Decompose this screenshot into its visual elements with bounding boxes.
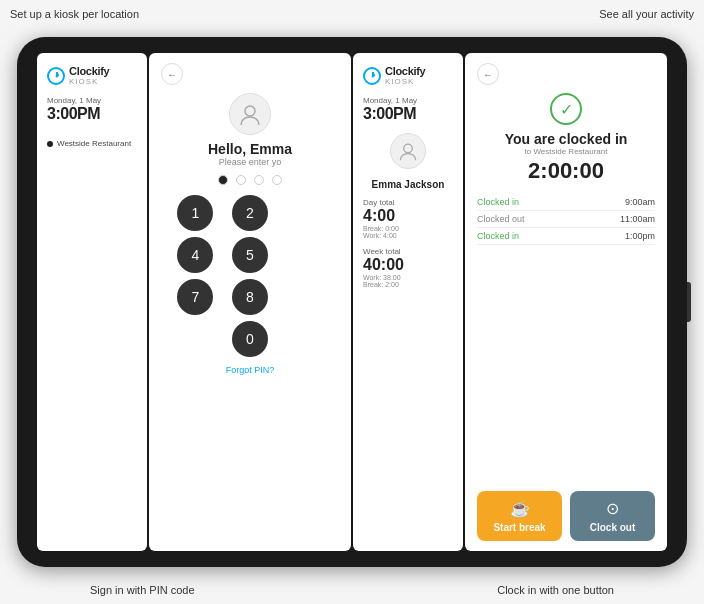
time-s1: 3:00PM bbox=[47, 105, 137, 123]
date-time-s1: Monday, 1 May 3:00PM bbox=[47, 96, 137, 123]
break-icon: ☕ bbox=[510, 499, 530, 518]
week-total-section: Week total 40:00 Work: 38:00 Break: 2:00 bbox=[363, 247, 453, 288]
annotation-bottom-left: Sign in with PIN code bbox=[90, 584, 195, 596]
week-work: Work: 38:00 bbox=[363, 274, 453, 281]
date-s3: Monday, 1 May bbox=[363, 96, 453, 105]
screen-user-profile: Clockify KIOSK Monday, 1 May 3:00PM bbox=[353, 53, 463, 551]
entry-value-2: 11:00am bbox=[620, 214, 655, 224]
time-s3: 3:00PM bbox=[363, 105, 453, 123]
pin-dot-3 bbox=[254, 175, 264, 185]
time-entry-3: Clocked in 1:00pm bbox=[477, 228, 655, 245]
pin-dots-s2 bbox=[161, 175, 339, 185]
pin-dot-1 bbox=[218, 175, 228, 185]
back-button-s2[interactable]: ← bbox=[161, 63, 183, 85]
day-total-section: Day total 4:00 Break: 0:00 Work: 4:00 bbox=[363, 198, 453, 239]
left-panel: Clockify KIOSK Monday, 1 May 3:00PM West… bbox=[37, 53, 351, 551]
pin-dot-2 bbox=[236, 175, 246, 185]
logo-text-s1: Clockify bbox=[69, 65, 109, 77]
key-4[interactable]: 4 bbox=[177, 237, 213, 273]
hello-text-s2: Hello, Emma bbox=[161, 141, 339, 157]
clocked-in-title: You are clocked in bbox=[477, 131, 655, 147]
key-0[interactable]: 0 bbox=[232, 321, 268, 357]
key-5[interactable]: 5 bbox=[232, 237, 268, 273]
back-button-s4[interactable]: ← bbox=[477, 63, 499, 85]
screen-clock-status: ← ✓ You are clocked in to Westside Resta… bbox=[465, 53, 667, 551]
clockify-icon-s3 bbox=[363, 67, 381, 85]
user-name-s3: Emma Jackson bbox=[372, 179, 445, 190]
kiosk-label-s1: KIOSK bbox=[69, 77, 109, 86]
logo-s3: Clockify KIOSK bbox=[363, 65, 453, 86]
time-entry-2: Clocked out 11:00am bbox=[477, 211, 655, 228]
side-button bbox=[687, 282, 691, 322]
avatar-s3 bbox=[390, 133, 426, 169]
time-entry-1: Clocked in 9:00am bbox=[477, 194, 655, 211]
day-break: Break: 0:00 bbox=[363, 225, 453, 232]
day-total-value: 4:00 bbox=[363, 207, 453, 225]
check-circle-s4: ✓ bbox=[550, 93, 582, 125]
location-text-s1: Westside Restaurant bbox=[57, 139, 131, 149]
annotation-bottom-right: Clock in with one button bbox=[497, 584, 614, 596]
avatar-s2 bbox=[229, 93, 271, 135]
timer-s4: 2:00:00 bbox=[477, 158, 655, 184]
clockout-icon: ⊙ bbox=[606, 499, 619, 518]
clockify-icon-s1 bbox=[47, 67, 65, 85]
tablet-device: Clockify KIOSK Monday, 1 May 3:00PM West… bbox=[17, 37, 687, 567]
date-s1: Monday, 1 May bbox=[47, 96, 137, 105]
break-label: Start break bbox=[493, 522, 545, 533]
date-time-s3: Monday, 1 May 3:00PM bbox=[363, 96, 453, 123]
screen-pin-entry: ← Hello, Emma Please enter yo bbox=[149, 53, 351, 551]
day-work: Work: 4:00 bbox=[363, 232, 453, 239]
clockout-label: Clock out bbox=[590, 522, 636, 533]
screen-kiosk-home: Clockify KIOSK Monday, 1 May 3:00PM West… bbox=[37, 53, 147, 551]
check-icon: ✓ bbox=[560, 100, 573, 119]
entry-value-3: 1:00pm bbox=[625, 231, 655, 241]
keypad-s2: 1 2 4 5 7 8 0 bbox=[161, 195, 339, 357]
entry-label-2: Clocked out bbox=[477, 214, 525, 224]
action-buttons-s4: ☕ Start break ⊙ Clock out bbox=[477, 483, 655, 541]
entry-value-1: 9:00am bbox=[625, 197, 655, 207]
annotation-top-left: Set up a kiosk per location bbox=[10, 8, 139, 20]
week-total-value: 40:00 bbox=[363, 256, 453, 274]
outer-container: Set up a kiosk per location See all your… bbox=[0, 0, 704, 604]
time-log-s4: Clocked in 9:00am Clocked out 11:00am Cl… bbox=[477, 194, 655, 245]
svg-point-0 bbox=[245, 106, 255, 116]
logo-text-s3: Clockify bbox=[385, 65, 425, 77]
key-2[interactable]: 2 bbox=[232, 195, 268, 231]
location-sub-s4: to Westside Restaurant bbox=[477, 147, 655, 156]
right-panel: Clockify KIOSK Monday, 1 May 3:00PM bbox=[353, 53, 667, 551]
stats-s3: Day total 4:00 Break: 0:00 Work: 4:00 We… bbox=[363, 198, 453, 296]
day-total-label: Day total bbox=[363, 198, 453, 207]
key-7[interactable]: 7 bbox=[177, 279, 213, 315]
location-s1: Westside Restaurant bbox=[47, 139, 137, 149]
svg-point-1 bbox=[404, 144, 412, 152]
kiosk-label-s3: KIOSK bbox=[385, 77, 425, 86]
week-break: Break: 2:00 bbox=[363, 281, 453, 288]
clock-out-button[interactable]: ⊙ Clock out bbox=[570, 491, 655, 541]
location-dot-s1 bbox=[47, 141, 53, 147]
entry-label-3: Clocked in bbox=[477, 231, 519, 241]
week-total-label: Week total bbox=[363, 247, 453, 256]
start-break-button[interactable]: ☕ Start break bbox=[477, 491, 562, 541]
entry-label-1: Clocked in bbox=[477, 197, 519, 207]
key-1[interactable]: 1 bbox=[177, 195, 213, 231]
key-8[interactable]: 8 bbox=[232, 279, 268, 315]
logo-s1: Clockify KIOSK bbox=[47, 65, 137, 86]
tablet-inner: Clockify KIOSK Monday, 1 May 3:00PM West… bbox=[37, 53, 667, 551]
pin-dot-4 bbox=[272, 175, 282, 185]
please-text-s2: Please enter yo bbox=[161, 157, 339, 167]
annotation-top-right: See all your activity bbox=[599, 8, 694, 20]
forgot-pin-link[interactable]: Forgot PIN? bbox=[161, 365, 339, 375]
user-profile-s3: Emma Jackson bbox=[363, 133, 453, 190]
